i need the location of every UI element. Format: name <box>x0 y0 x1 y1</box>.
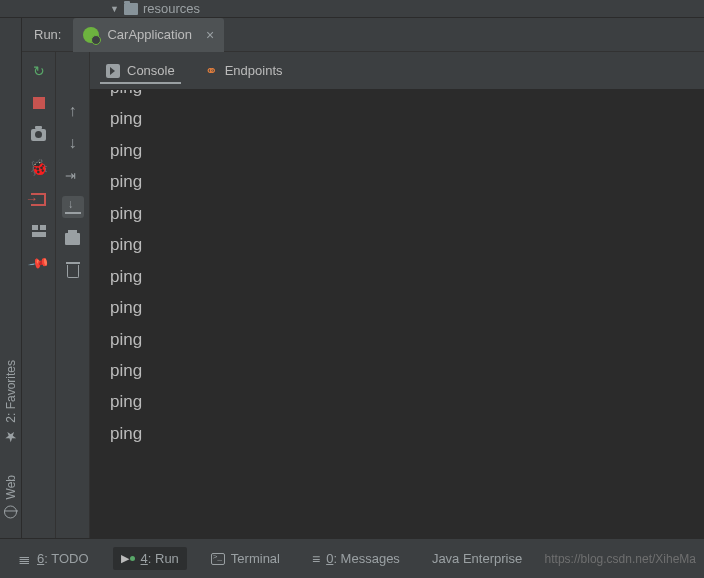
console-line: ping <box>110 90 704 103</box>
endpoints-icon: ⚭ <box>205 62 218 80</box>
todo-icon <box>18 550 31 568</box>
bug-button[interactable]: 🐞 <box>28 156 50 178</box>
tab-label: Console <box>127 63 175 78</box>
close-icon[interactable]: × <box>206 27 214 43</box>
print-button[interactable] <box>62 228 84 250</box>
bottom-tab-terminal[interactable]: Terminal <box>203 547 288 570</box>
pin-button[interactable]: 📌 <box>23 248 54 279</box>
wrap-icon <box>65 168 81 182</box>
soft-wrap-button[interactable] <box>62 164 84 186</box>
sidebar-tab-label: 2: Favorites <box>4 360 18 423</box>
scroll-to-end-button[interactable] <box>62 196 84 218</box>
mnemonic: 4 <box>141 551 148 566</box>
bottom-tab-messages[interactable]: 0: Messages <box>304 547 408 571</box>
stop-icon <box>33 97 45 109</box>
tree-item-label: resources <box>143 1 200 16</box>
down-stack-button[interactable] <box>62 132 84 154</box>
console-output[interactable]: pingpingpingpingpingpingpingpingpingping… <box>90 90 704 538</box>
sidebar-tab-favorites[interactable]: ★ 2: Favorites <box>3 360 19 445</box>
run-config-tab[interactable]: CarApplication × <box>73 18 224 52</box>
console-line: ping <box>110 261 704 292</box>
watermark-text: https://blog.csdn.net/XiheMa <box>545 552 696 566</box>
console-line: ping <box>110 355 704 386</box>
console-line: ping <box>110 198 704 229</box>
camera-icon <box>31 129 46 141</box>
run-icon <box>121 552 135 565</box>
trash-icon <box>67 265 79 278</box>
bottom-tab-todo[interactable]: 6: TODO <box>10 546 97 572</box>
up-stack-button[interactable] <box>62 100 84 122</box>
bottom-tab-enterprise[interactable]: Java Enterprise <box>424 547 530 570</box>
console-tab-bar: Console ⚭ Endpoints <box>90 52 704 90</box>
tab-label: Terminal <box>231 551 280 566</box>
run-header: Run: CarApplication × <box>22 18 704 52</box>
run-label: Run: <box>22 27 73 42</box>
run-body: ↻ 🐞 📌 Console <box>22 52 704 538</box>
print-icon <box>65 233 80 245</box>
bottom-tool-bar: 6: TODO 4: Run Terminal 0: Messages Java… <box>0 538 704 578</box>
messages-icon <box>312 551 320 567</box>
spring-boot-icon <box>83 27 99 43</box>
run-actions-column: ↻ 🐞 📌 <box>22 52 56 538</box>
stop-button[interactable] <box>28 92 50 114</box>
console-line: ping <box>110 103 704 134</box>
console-line: ping <box>110 135 704 166</box>
console-line: ping <box>110 324 704 355</box>
terminal-icon <box>211 553 225 565</box>
layout-icon <box>32 225 46 237</box>
console-line: ping <box>110 166 704 197</box>
console-line: ping <box>110 386 704 417</box>
tab-label: Java Enterprise <box>432 551 522 566</box>
folder-icon <box>124 3 138 15</box>
tab-label: : Run <box>148 551 179 566</box>
left-tool-strip: ★ 2: Favorites Web <box>0 18 22 538</box>
console-line: ping <box>110 292 704 323</box>
console-icon <box>106 64 120 78</box>
main-area: ★ 2: Favorites Web Run: CarApplication ×… <box>0 18 704 538</box>
run-config-name: CarApplication <box>107 27 192 42</box>
tab-label: : TODO <box>44 551 88 566</box>
console-area: Console ⚭ Endpoints pingpingpingpingping… <box>90 52 704 538</box>
tab-endpoints[interactable]: ⚭ Endpoints <box>199 58 289 84</box>
tab-console[interactable]: Console <box>100 59 181 84</box>
console-line: ping <box>110 418 704 449</box>
layout-button[interactable] <box>28 220 50 242</box>
expand-chevron-icon: ▼ <box>110 4 119 14</box>
run-panel: Run: CarApplication × ↻ 🐞 📌 <box>22 18 704 538</box>
sidebar-tab-web[interactable]: Web <box>4 475 18 518</box>
scroll-end-icon <box>65 200 81 214</box>
rerun-button[interactable]: ↻ <box>28 60 50 82</box>
tab-label: Endpoints <box>225 63 283 78</box>
sidebar-tab-label: Web <box>4 475 18 499</box>
star-icon: ★ <box>3 429 19 445</box>
dump-threads-button[interactable] <box>28 124 50 146</box>
exit-icon <box>31 193 46 206</box>
exit-button[interactable] <box>28 188 50 210</box>
console-actions-column <box>56 52 90 538</box>
tab-label: : Messages <box>333 551 399 566</box>
bottom-tab-run[interactable]: 4: Run <box>113 547 187 570</box>
project-tree-row[interactable]: ▼ resources <box>0 0 704 18</box>
globe-icon <box>4 505 17 518</box>
clear-button[interactable] <box>62 260 84 282</box>
console-line: ping <box>110 229 704 260</box>
